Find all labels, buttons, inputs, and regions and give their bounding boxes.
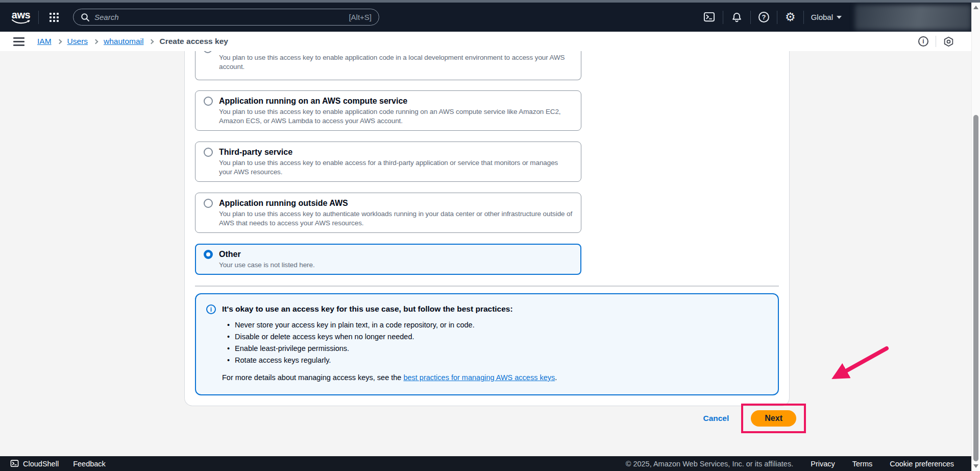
- scrollbar-thumb[interactable]: [973, 115, 978, 461]
- use-case-tile-third-party[interactable]: Third-party service You plan to use this…: [195, 142, 581, 182]
- alert-bullet: Never store your access key in plain tex…: [227, 319, 557, 331]
- alert-footer-prefix: For more details about managing access k…: [222, 373, 403, 382]
- services-grid-icon[interactable]: [47, 11, 61, 24]
- footer-cookie-preferences-link[interactable]: Cookie preferences: [890, 460, 954, 468]
- breadcrumb-link-user[interactable]: whautomail: [104, 37, 143, 46]
- cloudshell-terminal-icon: [10, 459, 19, 468]
- use-case-description: You plan to use this access key to enabl…: [219, 107, 573, 126]
- info-icon: i: [206, 304, 216, 314]
- breadcrumb-divider: [936, 36, 936, 47]
- search-box: [Alt+S]: [73, 9, 379, 26]
- alert-bullet-list: Never store your access key in plain tex…: [222, 319, 557, 366]
- alert-footer-suffix: .: [555, 373, 557, 382]
- alert-body: It's okay to use an access key for this …: [222, 303, 557, 385]
- aws-logo[interactable]: aws: [11, 10, 31, 24]
- bell-icon: [731, 11, 743, 23]
- use-case-title: Application running on an AWS compute se…: [219, 96, 407, 107]
- chevron-right-icon: [93, 39, 99, 44]
- aws-smile-icon: [11, 19, 31, 24]
- radio-unselected[interactable]: [204, 148, 213, 157]
- radio-unselected[interactable]: [204, 199, 213, 208]
- use-case-description: Your use case is not listed here.: [219, 261, 573, 270]
- scrollbar-down-arrow-icon[interactable]: [973, 464, 978, 468]
- footer-privacy-link[interactable]: Privacy: [811, 460, 835, 468]
- section-divider: [195, 286, 779, 287]
- account-menu-redacted[interactable]: [855, 5, 971, 30]
- cancel-button[interactable]: Cancel: [703, 414, 729, 423]
- use-case-tile-other[interactable]: Other Your use case is not listed here.: [195, 244, 581, 275]
- annotation-highlight-box: Next: [741, 404, 806, 433]
- breadcrumb-right-tools: i: [918, 36, 954, 47]
- use-case-description: You plan to use this access key to enabl…: [219, 158, 573, 177]
- alert-bullet: Rotate access keys regularly.: [227, 355, 557, 366]
- breadcrumb-bar: IAM Users whautomail Create access key i: [0, 32, 971, 51]
- breadcrumb-link-users[interactable]: Users: [67, 37, 88, 46]
- topbar-right-cluster: ? ⚙ Global: [696, 5, 971, 30]
- topbar-divider: [38, 11, 39, 24]
- alert-footer-text: For more details about managing access k…: [222, 373, 557, 382]
- annotation-arrow: [806, 337, 903, 396]
- use-case-tile-outside-aws[interactable]: Application running outside AWS You plan…: [195, 193, 581, 233]
- breadcrumb-current: Create access key: [159, 37, 228, 46]
- footer-copyright: © 2025, Amazon Web Services, Inc. or its…: [626, 460, 794, 468]
- radio-unselected[interactable]: [204, 97, 213, 106]
- help-button[interactable]: ?: [751, 12, 777, 22]
- use-case-tile-local-code[interactable]: You plan to use this access key to enabl…: [195, 51, 581, 80]
- best-practices-link[interactable]: best practices for managing AWS access k…: [403, 373, 555, 382]
- scrollbar-up-arrow-icon[interactable]: [973, 6, 978, 9]
- notifications-button[interactable]: [723, 11, 750, 23]
- search-input[interactable]: [94, 13, 344, 21]
- use-case-description: You plan to use this access key to enabl…: [219, 53, 573, 72]
- chevron-down-icon: [837, 16, 842, 19]
- page-content: You plan to use this access key to enabl…: [0, 51, 971, 456]
- wizard-actions: Cancel Next: [184, 404, 806, 433]
- info-panel-button[interactable]: i: [918, 36, 928, 46]
- console-footer: CloudShell Feedback © 2025, Amazon Web S…: [0, 456, 971, 471]
- cloudshell-button[interactable]: [696, 11, 723, 23]
- breadcrumb: IAM Users whautomail Create access key: [37, 37, 228, 46]
- alert-bullet: Enable least-privilege permissions.: [227, 343, 557, 355]
- alert-title: It's okay to use an access key for this …: [222, 303, 557, 315]
- chevron-right-icon: [149, 39, 154, 44]
- top-navigation-bar: aws [Alt+S]: [0, 3, 971, 32]
- gear-icon: ⚙: [785, 11, 796, 23]
- best-practices-alert: i It's okay to use an access key for thi…: [195, 293, 779, 395]
- radio-selected[interactable]: [204, 250, 213, 259]
- region-label: Global: [811, 13, 833, 21]
- footer-cloudshell-button[interactable]: CloudShell: [10, 459, 59, 468]
- vertical-scrollbar[interactable]: [971, 3, 980, 471]
- use-case-options: You plan to use this access key to enabl…: [195, 51, 581, 275]
- hamburger-menu-icon[interactable]: [13, 37, 24, 46]
- breadcrumb-link-iam[interactable]: IAM: [37, 37, 52, 46]
- use-case-title: Third-party service: [219, 147, 292, 158]
- search-icon: [81, 13, 90, 22]
- help-icon: ?: [758, 12, 769, 22]
- aws-logo-text: aws: [12, 10, 30, 19]
- settings-button[interactable]: ⚙: [777, 11, 803, 23]
- footer-terms-link[interactable]: Terms: [852, 460, 872, 468]
- search-shortcut-hint: [Alt+S]: [349, 13, 372, 21]
- alert-bullet: Disable or delete access keys when no lo…: [227, 331, 557, 343]
- footer-cloudshell-label: CloudShell: [23, 460, 59, 468]
- use-case-description: You plan to use this access key to authe…: [219, 209, 573, 228]
- region-selector[interactable]: Global: [804, 13, 849, 21]
- chevron-right-icon: [57, 39, 62, 44]
- use-case-card: You plan to use this access key to enabl…: [184, 51, 790, 406]
- use-case-tile-compute-service[interactable]: Application running on an AWS compute se…: [195, 90, 581, 131]
- use-case-title: Other: [219, 249, 241, 260]
- cloudshell-terminal-icon: [703, 11, 715, 23]
- footer-feedback-button[interactable]: Feedback: [73, 460, 106, 468]
- use-case-title: Application running outside AWS: [219, 198, 348, 209]
- amazon-q-button[interactable]: [943, 36, 954, 47]
- next-button[interactable]: Next: [751, 410, 796, 427]
- radio-unselected[interactable]: [203, 51, 212, 53]
